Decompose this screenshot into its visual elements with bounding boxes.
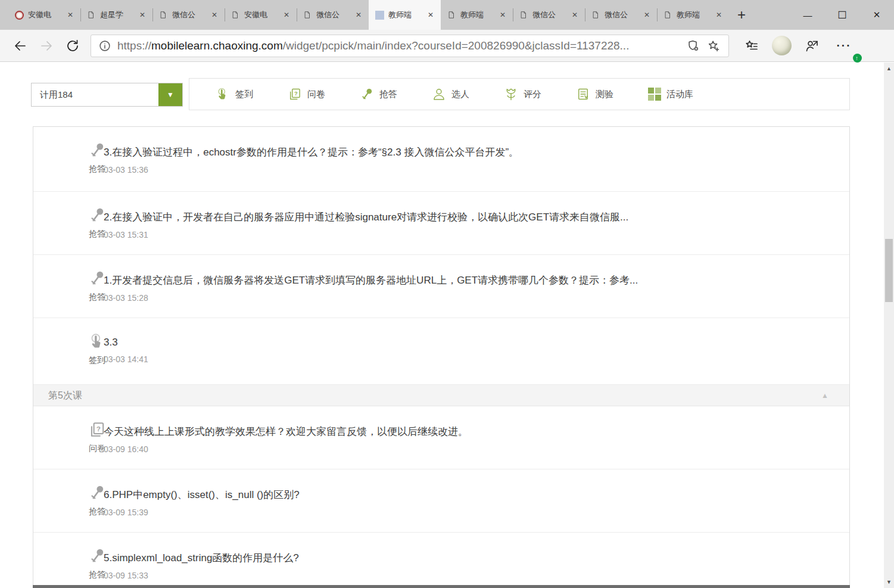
address-bar[interactable]: https://mobilelearn.chaoxing.com/widget/…: [91, 35, 729, 57]
tab-close-icon[interactable]: ✕: [425, 9, 436, 21]
toolbar-item-pick-person[interactable]: 选人: [432, 87, 469, 101]
refresh-button[interactable]: [60, 34, 86, 58]
activity-title[interactable]: 今天这种线上上课形式的教学效果怎样？欢迎大家留言反馈，以便以后继续改进。: [104, 425, 826, 438]
browser-navbar: https://mobilelearn.chaoxing.com/widget/…: [0, 30, 894, 62]
document-favicon-icon: [158, 10, 168, 20]
settings-more-icon[interactable]: ··· ↑: [832, 34, 856, 58]
activity-row-1[interactable]: 抢答 3.在接入验证过程中，echostr参数的作用是什么？提示：参考“§2.3…: [33, 127, 849, 192]
maximize-button[interactable]: ☐: [825, 0, 859, 30]
browser-tab-bar: 安徽电 ✕ 超星学 ✕ 微信公 ✕ 安徽电 ✕ 微信公 ✕ 教师端 ✕: [0, 0, 894, 30]
tab-title: 微信公: [172, 10, 207, 20]
toolbar-label: 问卷: [307, 89, 325, 100]
forward-button[interactable]: [33, 34, 60, 58]
activity-title[interactable]: 2.在接入验证中，开发者在自己的服务器应用中通过检验signature对请求进行…: [104, 210, 826, 224]
activity-time: 03-09 15:39: [104, 508, 826, 517]
info-icon[interactable]: [98, 39, 111, 52]
tab-close-icon[interactable]: ✕: [641, 9, 652, 21]
browser-tab-3[interactable]: 微信公 ✕: [152, 0, 225, 30]
vertical-scrollbar[interactable]: ▲ ▼: [884, 63, 894, 588]
microphone-icon: [88, 141, 106, 159]
tab-title: 微信公: [316, 10, 351, 20]
new-tab-button[interactable]: +: [729, 0, 754, 30]
url-text[interactable]: https://mobilelearn.chaoxing.com/widget/…: [117, 39, 683, 52]
share-feedback-person-icon[interactable]: [800, 34, 824, 58]
section-header-row[interactable]: ▲ 第5次课: [33, 385, 849, 406]
back-button[interactable]: [7, 34, 33, 58]
row-icon-box: 抢答: [76, 269, 118, 303]
class-selector-dropdown[interactable]: 计用184 ▼: [31, 83, 183, 107]
toolbar-item-survey[interactable]: ? 问卷: [288, 87, 325, 101]
document-favicon-icon: [591, 10, 600, 20]
tab-title: 超星学: [100, 10, 135, 20]
activity-type-label: 抢答: [76, 570, 118, 580]
tab-title: 安徽电: [28, 10, 63, 20]
minimize-button[interactable]: —: [790, 0, 825, 30]
tab-close-icon[interactable]: ✕: [137, 9, 148, 21]
tab-title: 教师端: [677, 10, 711, 20]
activity-time: 03-03 15:31: [104, 230, 826, 239]
tracking-prevention-shield-icon[interactable]: [683, 36, 703, 56]
activity-time: 03-09 15:33: [104, 571, 826, 580]
chevron-down-icon[interactable]: ▼: [158, 83, 182, 106]
tab-close-icon[interactable]: ✕: [497, 9, 508, 21]
browser-tab-1[interactable]: 安徽电 ✕: [8, 0, 80, 30]
browser-tab-8[interactable]: 微信公 ✕: [513, 0, 585, 30]
navbar-right-icons: ··· ↑: [740, 34, 856, 58]
activity-time: 03-03 15:36: [104, 165, 826, 175]
sign-in-hand-icon: [216, 87, 230, 101]
microphone-icon: [88, 547, 106, 565]
browser-tab-4[interactable]: 安徽电 ✕: [225, 0, 297, 30]
toolbar-item-activity-library[interactable]: 活动库: [648, 88, 693, 101]
activity-title[interactable]: 1.开发者提交信息后，微信服务器将发送GET请求到填写的服务器地址URL上，GE…: [104, 273, 826, 287]
browser-tab-7[interactable]: 教师端 ✕: [441, 0, 513, 30]
tab-close-icon[interactable]: ✕: [281, 9, 292, 21]
browser-tab-2[interactable]: 超星学 ✕: [80, 0, 152, 30]
activity-row-5[interactable]: ? 问卷 今天这种线上上课形式的教学效果怎样？欢迎大家留言反馈，以便以后继续改进…: [33, 406, 849, 469]
browser-tab-5[interactable]: 微信公 ✕: [297, 0, 369, 30]
document-favicon-icon: [303, 10, 312, 20]
toolbar-item-score[interactable]: 评分: [504, 87, 541, 101]
tab-title: 微信公: [605, 10, 639, 20]
activity-time: 03-03 15:28: [104, 293, 826, 303]
activity-title[interactable]: 5.simplexml_load_string函数的作用是什么?: [104, 551, 826, 565]
row-icon-box: 签到: [76, 332, 118, 366]
browser-tab-10[interactable]: 教师端 ✕: [657, 0, 729, 30]
tab-close-icon[interactable]: ✕: [353, 9, 364, 21]
activity-type-label: 抢答: [76, 292, 118, 303]
profile-avatar[interactable]: [772, 36, 792, 55]
toolbar-item-quick-answer[interactable]: 抢答: [360, 87, 397, 101]
tab-strip: 安徽电 ✕ 超星学 ✕ 微信公 ✕ 安徽电 ✕ 微信公 ✕ 教师端 ✕: [8, 0, 754, 30]
scroll-up-arrow-icon[interactable]: ▲: [884, 64, 894, 73]
browser-tab-9[interactable]: 微信公 ✕: [585, 0, 657, 30]
tab-close-icon[interactable]: ✕: [209, 9, 220, 21]
tab-close-icon[interactable]: ✕: [714, 9, 724, 21]
scroll-down-arrow-icon[interactable]: ▼: [884, 577, 894, 587]
scrollbar-thumb[interactable]: [885, 239, 893, 302]
microphone-icon: [88, 206, 106, 224]
favorites-hub-icon[interactable]: [740, 34, 764, 58]
row-icon-box: 抢答: [76, 547, 118, 580]
activity-title[interactable]: 6.PHP中empty()、isset()、is_null ()的区别?: [104, 488, 826, 502]
toolbar-item-quiz[interactable]: 测验: [576, 87, 613, 101]
activity-title[interactable]: 3.在接入验证过程中，echostr参数的作用是什么？提示：参考“§2.3 接入…: [104, 145, 826, 159]
document-favicon-icon: [86, 10, 96, 20]
activity-title[interactable]: 3.3: [104, 337, 826, 349]
add-favorite-star-icon[interactable]: [703, 36, 724, 56]
document-favicon-icon: [519, 10, 528, 20]
activity-row-6[interactable]: 抢答 6.PHP中empty()、isset()、is_null ()的区别? …: [33, 469, 849, 533]
activity-type-label: 抢答: [76, 229, 118, 239]
tab-close-icon[interactable]: ✕: [569, 9, 580, 21]
microphone-icon: [88, 484, 106, 502]
toolbar-item-sign-in[interactable]: 签到: [216, 87, 253, 101]
activity-row-7[interactable]: 抢答 5.simplexml_load_string函数的作用是什么? 03-0…: [33, 533, 849, 588]
tab-close-icon[interactable]: ✕: [65, 9, 76, 21]
browser-tab-active[interactable]: 教师端 ✕: [369, 0, 441, 30]
url-path: /widget/pcpick/main/index?courseId=20082…: [283, 39, 630, 52]
collapse-arrow-icon[interactable]: ▲: [821, 385, 828, 406]
toolbar-label: 评分: [524, 89, 541, 100]
activity-row-2[interactable]: 抢答 2.在接入验证中，开发者在自己的服务器应用中通过检验signature对请…: [33, 192, 849, 255]
close-button[interactable]: ✕: [859, 0, 894, 30]
url-host: mobilelearn.chaoxing.com: [151, 39, 283, 52]
activity-row-3[interactable]: 抢答 1.开发者提交信息后，微信服务器将发送GET请求到填写的服务器地址URL上…: [33, 255, 849, 318]
activity-row-4[interactable]: 签到 3.3 03-03 14:41: [33, 318, 849, 385]
